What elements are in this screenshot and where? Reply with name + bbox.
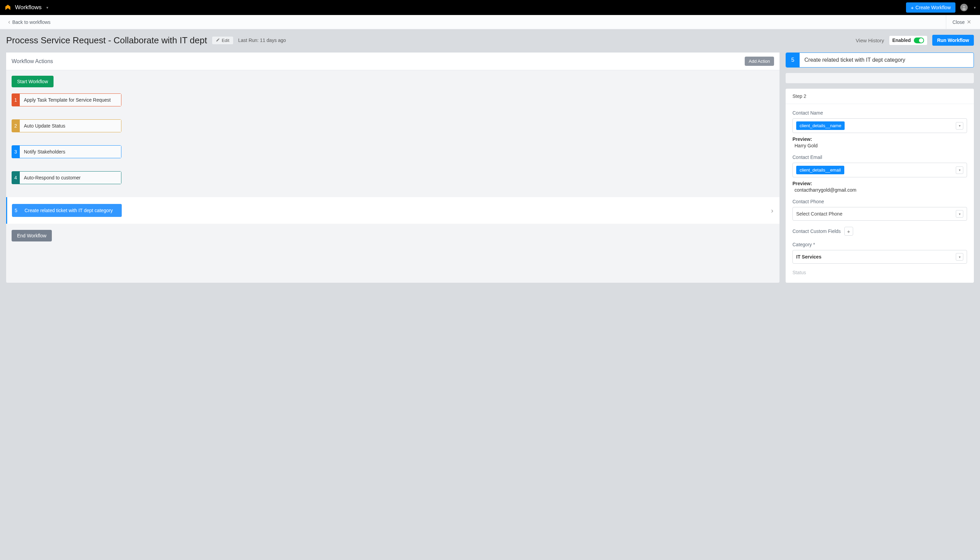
detail-body: Step 2 Contact Name client_details__name… [785,89,974,283]
edit-button[interactable]: Edit [212,36,233,45]
preview-value: Harry Gold [795,143,967,148]
preview-label: Preview: [792,137,967,142]
close-button[interactable]: Close ✕ [946,15,971,29]
preview-value: contactharrygold@gmail.com [795,187,967,193]
action-num: 4 [12,171,20,184]
back-label: Back to workflows [12,20,50,25]
field-label: Contact Name [792,110,967,116]
custom-fields-group: Contact Custom Fields + [792,227,967,236]
category-field[interactable]: IT Services ▾ [792,250,967,263]
field-label: Status [792,270,967,275]
page-header-right: View History Enabled Run Workflow [856,35,974,46]
last-run-text: Last Run: 11 days ago [238,38,286,43]
svg-point-0 [963,6,965,8]
back-to-workflows[interactable]: ‹ Back to workflows [8,18,50,26]
create-workflow-label: Create Workflow [915,5,951,10]
action-label: Create related ticket with IT dept categ… [20,204,122,217]
contact-name-field[interactable]: client_details__name ▾ [792,118,967,133]
svg-point-1 [962,8,965,10]
action-num: 2 [12,119,20,132]
nav-right: + Create Workflow ▾ [906,2,976,13]
detail-panel: 5 Create related ticket with IT dept cat… [785,53,974,283]
create-workflow-button[interactable]: + Create Workflow [906,2,955,13]
actions-header: Workflow Actions Add Action [6,53,779,70]
field-label: Category * [792,242,967,247]
contact-phone-field[interactable]: Select Contact Phone ▾ [792,207,967,221]
detail-header-num: 5 [786,53,800,67]
nav-left: Workflows ▾ [4,4,48,11]
start-workflow-tag: Start Workflow [12,76,53,87]
actions-body: Start Workflow 1 Apply Task Template for… [6,70,779,253]
pencil-icon [216,38,220,43]
contact-name-token: client_details__name [796,122,845,130]
add-action-button[interactable]: Add Action [745,57,774,66]
plus-icon: + [911,5,914,10]
page-header-left: Process Service Request - Collaborate wi… [6,35,286,46]
contact-email-token: client_details__email [796,166,844,174]
contact-email-field[interactable]: client_details__email ▾ [792,163,967,177]
user-chevron-icon[interactable]: ▾ [974,5,976,10]
edit-label: Edit [221,38,229,43]
action-num: 5 [12,204,20,217]
status-group: Status [792,270,967,275]
logo-icon [4,4,12,11]
page-header: Process Service Request - Collaborate wi… [0,29,980,53]
action-row-4[interactable]: 4 Auto-Respond to customer [12,171,774,184]
action-num: 1 [12,93,20,107]
category-group: Category * IT Services ▾ [792,242,967,263]
workflow-actions-panel: Workflow Actions Add Action Start Workfl… [6,53,779,283]
step-title: Step 2 [785,89,974,104]
action-row-2[interactable]: 2 Auto Update Status [12,119,774,132]
action-label: Auto Update Status [20,119,121,132]
dropdown-icon[interactable]: ▾ [956,167,963,174]
avatar[interactable] [960,4,968,11]
action-row-selected[interactable]: 5 Create related ticket with IT dept cat… [6,197,779,224]
detail-header: 5 Create related ticket with IT dept cat… [785,53,974,68]
contact-email-group: Contact Email client_details__email ▾ Pr… [792,155,967,193]
dropdown-icon[interactable]: ▾ [956,253,963,260]
preview-label: Preview: [792,181,967,186]
add-custom-field-button[interactable]: + [844,227,853,236]
end-workflow-tag: End Workflow [12,230,52,242]
page-title: Process Service Request - Collaborate wi… [6,35,207,46]
view-history-link[interactable]: View History [856,38,884,43]
dropdown-icon[interactable]: ▾ [956,210,963,218]
chevron-down-icon[interactable]: ▾ [47,5,48,10]
actions-title: Workflow Actions [12,58,53,65]
contact-phone-group: Contact Phone Select Contact Phone ▾ [792,199,967,221]
detail-header-title: Create related ticket with IT dept categ… [800,53,910,67]
enabled-toggle-wrapper: Enabled [889,35,927,45]
chevron-left-icon: ‹ [8,18,10,26]
field-label: Contact Phone [792,199,967,204]
nav-workflows[interactable]: Workflows [15,4,42,11]
enabled-toggle[interactable] [914,38,924,43]
field-label: Contact Custom Fields [792,228,841,234]
action-label: Apply Task Template for Service Request [20,93,121,107]
category-value: IT Services [796,254,822,260]
action-row-3[interactable]: 3 Notify Stakeholders [12,145,774,158]
contact-phone-placeholder: Select Contact Phone [796,211,842,217]
top-nav: Workflows ▾ + Create Workflow ▾ [0,0,980,15]
close-label: Close [952,20,965,25]
detail-spacer [785,73,974,83]
run-workflow-button[interactable]: Run Workflow [932,35,974,46]
action-label: Notify Stakeholders [20,145,121,158]
step-content: Contact Name client_details__name ▾ Prev… [785,104,974,275]
field-label: Contact Email [792,155,967,160]
action-row-1[interactable]: 1 Apply Task Template for Service Reques… [12,93,774,107]
action-label: Auto-Respond to customer [20,171,121,184]
main-content: Workflow Actions Add Action Start Workfl… [0,53,980,289]
close-icon: ✕ [967,19,971,25]
contact-name-group: Contact Name client_details__name ▾ Prev… [792,110,967,148]
enabled-label: Enabled [892,38,911,43]
action-num: 3 [12,145,20,158]
breadcrumb-bar: ‹ Back to workflows Close ✕ [0,15,980,29]
chevron-right-icon: › [771,206,774,215]
dropdown-icon[interactable]: ▾ [956,122,963,130]
